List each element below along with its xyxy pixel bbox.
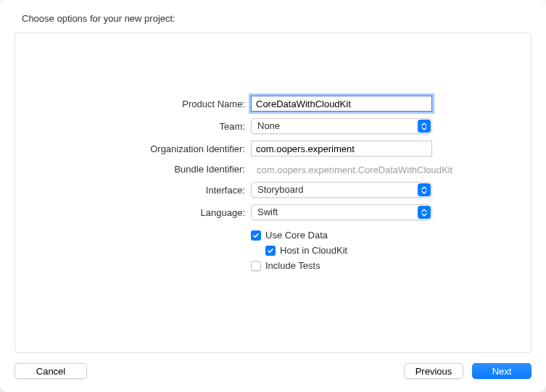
- include-tests-row: Include Tests: [251, 260, 347, 271]
- bundle-identifier-label: Bundle Identifier:: [15, 164, 251, 175]
- include-tests-label: Include Tests: [265, 260, 320, 271]
- options-form: Product Name: Team: None: [15, 96, 531, 271]
- product-name-row: Product Name:: [15, 96, 531, 112]
- host-cloudkit-label: Host in CloudKit: [280, 245, 347, 256]
- previous-button[interactable]: Previous: [404, 363, 463, 379]
- interface-row: Interface: Storyboard: [15, 182, 531, 198]
- use-core-data-label: Use Core Data: [265, 230, 328, 241]
- language-select[interactable]: Swift: [251, 204, 432, 220]
- cancel-button[interactable]: Cancel: [15, 363, 87, 379]
- org-identifier-row: Organization Identifier:: [15, 141, 531, 157]
- product-name-label: Product Name:: [15, 99, 251, 109]
- dialog-footer: Cancel Previous Next: [15, 353, 531, 379]
- checkbox-section: Use Core Data Host in CloudKit Include T…: [15, 227, 531, 271]
- bundle-identifier-value: com.oopers.experiment.CoreDataWithCloudK…: [251, 163, 452, 175]
- next-button[interactable]: Next: [472, 363, 531, 379]
- product-name-input[interactable]: [251, 96, 432, 112]
- language-row: Language: Swift: [15, 204, 531, 220]
- language-label: Language:: [15, 207, 251, 218]
- org-identifier-label: Organization Identifier:: [15, 143, 251, 154]
- checkmark-icon: [252, 232, 260, 239]
- checkmark-icon: [267, 247, 274, 254]
- team-label: Team:: [15, 121, 251, 132]
- include-tests-checkbox[interactable]: [251, 261, 261, 271]
- team-select[interactable]: None: [251, 118, 432, 134]
- interface-select[interactable]: Storyboard: [251, 182, 432, 198]
- use-core-data-checkbox[interactable]: [251, 230, 261, 241]
- host-cloudkit-row: Host in CloudKit: [251, 245, 347, 256]
- use-core-data-row: Use Core Data: [251, 230, 347, 241]
- interface-label: Interface:: [15, 185, 251, 196]
- host-cloudkit-checkbox[interactable]: [265, 246, 276, 256]
- options-panel: Product Name: Team: None: [15, 33, 531, 353]
- team-row: Team: None: [15, 118, 531, 134]
- new-project-options-dialog: Choose options for your new project: Pro…: [0, 0, 546, 392]
- org-identifier-input[interactable]: [251, 141, 432, 157]
- bundle-identifier-row: Bundle Identifier: com.oopers.experiment…: [15, 163, 531, 175]
- dialog-heading: Choose options for your new project:: [15, 13, 531, 24]
